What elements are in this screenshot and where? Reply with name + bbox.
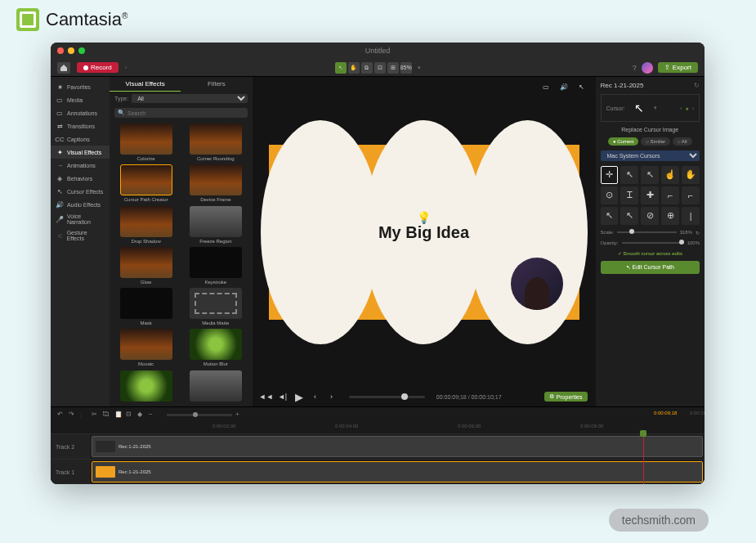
- chevron-right-icon[interactable]: ›: [125, 64, 127, 71]
- cursor-option-14[interactable]: |: [682, 207, 700, 225]
- search-input[interactable]: [127, 110, 244, 116]
- effect-corner-rounding[interactable]: Corner Rounding: [182, 123, 248, 161]
- refresh-icon[interactable]: ↻: [694, 82, 700, 89]
- cursor-option-8[interactable]: ⌐: [661, 186, 679, 204]
- effect-keystroke[interactable]: Keystroke: [182, 247, 248, 285]
- help-icon[interactable]: ?: [633, 64, 637, 72]
- zoom-out-icon[interactable]: −: [149, 411, 157, 419]
- scale-slider[interactable]: .slider::after{left:var(--pos)}: [617, 231, 676, 233]
- hand-tool-icon[interactable]: ✋: [348, 62, 360, 74]
- magnet-tool-icon[interactable]: ⧉: [361, 62, 373, 74]
- timeline-zoom-slider[interactable]: [167, 414, 232, 416]
- cursor-tool-icon[interactable]: ↖: [335, 62, 347, 74]
- effect-mask[interactable]: Mask: [113, 288, 179, 325]
- cut-icon[interactable]: ✂: [92, 411, 100, 419]
- tab-filters[interactable]: Filters: [181, 77, 252, 92]
- smooth-cursor-check[interactable]: ✓ Smooth cursor across edits: [601, 250, 700, 256]
- category-behaviors[interactable]: ◈Behaviors: [51, 172, 110, 185]
- user-avatar[interactable]: [642, 62, 653, 74]
- opacity-slider[interactable]: [622, 242, 684, 244]
- maximize-window-icon[interactable]: [78, 47, 85, 54]
- cursor-option-3[interactable]: ☝: [661, 166, 679, 184]
- timeline-clip[interactable]: Rec 1-21-2025: [92, 461, 703, 482]
- timeline-clip[interactable]: Rec 1-21-2025: [92, 436, 703, 457]
- playback-scrubber[interactable]: [349, 396, 425, 398]
- play-button[interactable]: ▶: [293, 391, 305, 402]
- category-transitions[interactable]: ⇄Transitions: [51, 119, 110, 132]
- guides-tool-icon[interactable]: ⊞: [387, 62, 399, 74]
- effect-unnamed[interactable]: [113, 370, 179, 403]
- detach-canvas-icon[interactable]: ▭: [540, 82, 552, 92]
- effect-mosaic[interactable]: Mosaic: [113, 329, 179, 366]
- category-voice-narration[interactable]: 🎤Voice Narration: [51, 211, 110, 227]
- export-button[interactable]: ⇪ Export: [658, 62, 698, 73]
- cursor-option-12[interactable]: ⊘: [641, 207, 659, 225]
- cursor-option-4[interactable]: ✋: [682, 166, 700, 184]
- prev-edit-button[interactable]: ◄◄: [261, 391, 272, 402]
- track-label[interactable]: Track 1: [51, 460, 90, 484]
- zoom-dropdown-icon[interactable]: ▾: [414, 62, 425, 74]
- timeline-ruler[interactable]: 0:00:02:000:00:04:000:00:06:000:00:08:00: [90, 422, 705, 433]
- webcam-circle[interactable]: [511, 258, 563, 310]
- search-box[interactable]: 🔍: [114, 108, 248, 118]
- cursor-option-1[interactable]: ↖: [620, 166, 638, 184]
- preview-canvas[interactable]: 💡 My Big Idea: [269, 145, 579, 320]
- record-button[interactable]: Record: [77, 62, 119, 73]
- zoom-in-icon[interactable]: +: [235, 411, 244, 419]
- pill-all[interactable]: ○ All: [673, 137, 692, 146]
- zoom-level[interactable]: 85%: [400, 62, 412, 74]
- cursor-dropdown-icon[interactable]: ▾: [654, 105, 657, 111]
- cursor-option-9[interactable]: ⌐: [682, 186, 700, 204]
- effect-unnamed[interactable]: [182, 370, 248, 403]
- category-gesture-effects[interactable]: ☜Gesture Effects: [51, 227, 110, 244]
- effect-motion-blur[interactable]: Motion Blur: [182, 329, 248, 366]
- category-cursor-effects[interactable]: ↖Cursor Effects: [51, 185, 110, 198]
- tab-visual-effects[interactable]: Visual Effects: [110, 77, 181, 92]
- minimize-window-icon[interactable]: [68, 47, 74, 54]
- properties-button[interactable]: ⚙ Properties: [544, 392, 588, 402]
- marker-icon[interactable]: ◆: [137, 411, 145, 419]
- pill-current[interactable]: ● Current: [608, 137, 638, 146]
- cursor-option-13[interactable]: ⊕: [661, 207, 679, 225]
- track-label[interactable]: Track 2: [51, 434, 90, 459]
- category-annotations[interactable]: ▭Annotations: [51, 106, 110, 119]
- cursor-option-7[interactable]: ✚: [641, 186, 659, 204]
- category-visual-effects[interactable]: ✦Visual Effects: [51, 146, 110, 159]
- window-controls[interactable]: [57, 47, 85, 54]
- crop-tool-icon[interactable]: ⊡: [374, 62, 386, 74]
- home-button[interactable]: [57, 62, 70, 74]
- effect-colorize[interactable]: Colorize: [113, 123, 179, 161]
- split-icon[interactable]: ⊟: [126, 411, 134, 419]
- redo-icon[interactable]: ↷: [69, 411, 77, 419]
- pill-similar[interactable]: ○ Similar: [641, 137, 670, 146]
- prev-cursor-icon[interactable]: ‹: [680, 105, 682, 111]
- category-favorites[interactable]: ★Favorites: [51, 80, 110, 93]
- cursor-option-11[interactable]: ↖: [620, 207, 638, 225]
- copy-icon[interactable]: ⿻: [103, 411, 111, 419]
- next-edit-button[interactable]: ›: [326, 391, 338, 402]
- cursor-disc-icon[interactable]: ●: [685, 105, 688, 111]
- edit-cursor-path-button[interactable]: ↖ Edit Cursor Path: [601, 261, 700, 274]
- cursor-option-5[interactable]: ⊙: [601, 186, 619, 204]
- step-back-button[interactable]: ◄|: [277, 391, 289, 402]
- cursor-option-0[interactable]: ✛: [601, 166, 619, 184]
- reset-scale-icon[interactable]: ↻: [696, 230, 700, 236]
- category-audio-effects[interactable]: 🔊Audio Effects: [51, 198, 110, 211]
- next-cursor-icon[interactable]: ›: [692, 105, 694, 111]
- effect-media-matte[interactable]: Media Matte: [182, 288, 248, 325]
- mute-icon[interactable]: 🔊: [558, 82, 570, 92]
- cursor-option-2[interactable]: ↖: [641, 166, 659, 184]
- effect-glow[interactable]: Glow: [113, 247, 179, 285]
- paste-icon[interactable]: 📋: [114, 411, 123, 419]
- category-captions[interactable]: CCCaptions: [51, 132, 110, 146]
- effect-drop-shadow[interactable]: Drop Shadow: [113, 206, 179, 244]
- cursor-set-select[interactable]: Mac System Cursors: [601, 150, 700, 161]
- cursor-option-6[interactable]: Ꮖ: [620, 186, 638, 204]
- type-select[interactable]: All: [132, 94, 247, 103]
- undo-icon[interactable]: ↶: [57, 411, 65, 419]
- canvas-cursor-icon[interactable]: ↖: [576, 82, 588, 92]
- category-animations[interactable]: →Animations: [51, 159, 110, 172]
- effect-freeze-region[interactable]: Freeze Region: [182, 206, 248, 244]
- step-fwd-button[interactable]: ‹: [310, 391, 321, 402]
- close-window-icon[interactable]: [57, 47, 64, 54]
